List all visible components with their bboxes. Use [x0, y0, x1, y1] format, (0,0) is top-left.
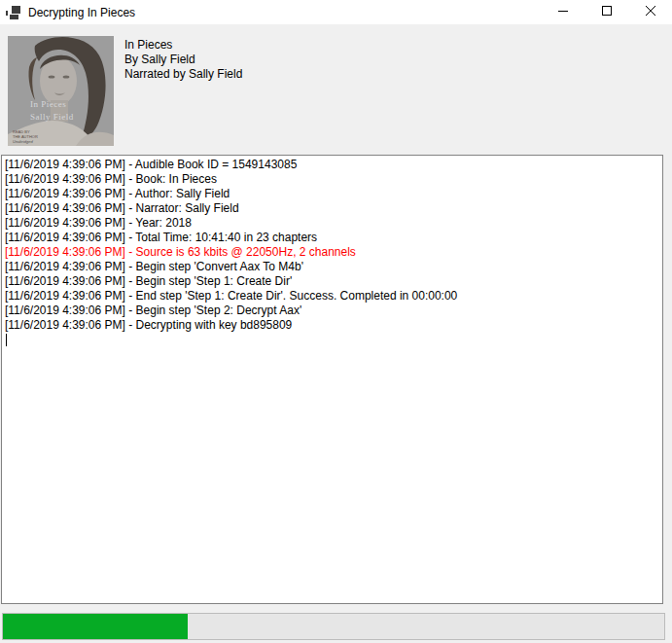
book-info: In Pieces By Sally Field Narrated by Sal…: [124, 38, 242, 82]
log-line: [11/6/2019 4:39:06 PM] - Book: In Pieces: [5, 172, 659, 187]
log-line: [11/6/2019 4:39:06 PM] - Source is 63 kb…: [5, 245, 659, 260]
book-author: By Sally Field: [124, 53, 242, 67]
maximize-icon: [601, 5, 613, 19]
log-line: [11/6/2019 4:39:06 PM] - Year: 2018: [5, 216, 659, 231]
app-window: Decrypting In Pieces: [0, 0, 672, 643]
log-line: [11/6/2019 4:39:06 PM] - Begin step 'Con…: [5, 260, 659, 274]
book-cover-image: In Pieces Sally Field Read by the author…: [8, 36, 114, 146]
log-lines: [11/6/2019 4:39:06 PM] - Audible Book ID…: [5, 158, 659, 333]
close-button[interactable]: [628, 0, 672, 24]
log-line: [11/6/2019 4:39:06 PM] - Author: Sally F…: [5, 187, 659, 201]
window-title: Decrypting In Pieces: [28, 6, 135, 19]
log-line: [11/6/2019 4:39:06 PM] - End step 'Step …: [5, 289, 659, 304]
minimize-icon: [557, 5, 569, 19]
maximize-button[interactable]: [584, 0, 628, 24]
cover-edition-text: Unabridged: [13, 139, 33, 144]
log-line: [11/6/2019 4:39:06 PM] - Total Time: 10:…: [5, 231, 659, 245]
log-line: [11/6/2019 4:39:06 PM] - Decrypting with…: [5, 318, 659, 333]
app-window-icon: [6, 5, 21, 20]
progress-bar-fill: [3, 614, 188, 639]
minimize-button[interactable]: [541, 0, 584, 24]
log-textbox[interactable]: [11/6/2019 4:39:06 PM] - Audible Book ID…: [1, 155, 663, 604]
log-line: [11/6/2019 4:39:06 PM] - Begin step 'Ste…: [5, 274, 659, 289]
progress-bar: [2, 613, 665, 640]
log-line: [11/6/2019 4:39:06 PM] - Begin step 'Ste…: [5, 304, 659, 318]
window-controls: [541, 0, 672, 24]
cover-title-text: In Pieces: [30, 99, 66, 109]
cover-readby-text: Read by the author: [13, 129, 38, 139]
log-line: [11/6/2019 4:39:06 PM] - Audible Book ID…: [5, 158, 659, 172]
log-line: [11/6/2019 4:39:06 PM] - Narrator: Sally…: [5, 201, 659, 216]
cover-author-text: Sally Field: [30, 112, 74, 122]
book-title: In Pieces: [124, 38, 242, 53]
title-bar: Decrypting In Pieces: [0, 0, 672, 24]
book-narrator: Narrated by Sally Field: [124, 67, 242, 82]
close-icon: [645, 5, 656, 19]
text-caret: [6, 334, 7, 346]
